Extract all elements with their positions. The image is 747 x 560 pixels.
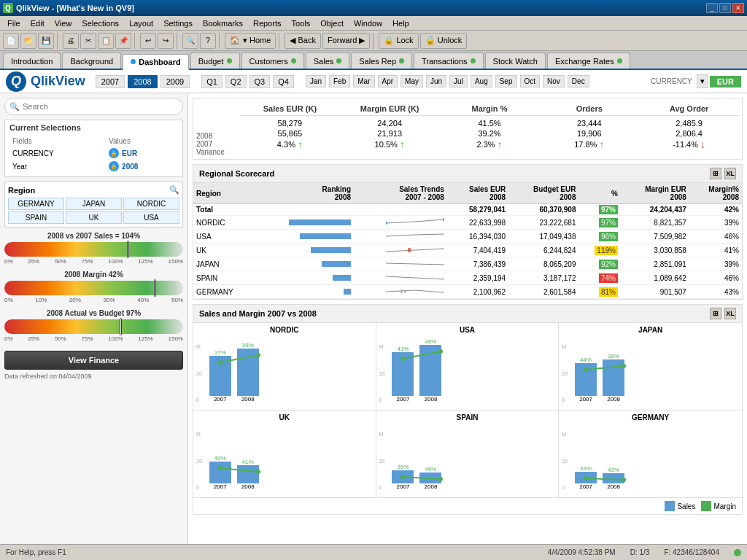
kpi-sales-header: Sales EUR (K)	[240, 104, 340, 116]
cut-button[interactable]: ✂	[80, 33, 96, 49]
total-pct: 97%	[578, 204, 620, 216]
menu-bookmarks[interactable]: Bookmarks	[198, 18, 247, 29]
chart-usa: USA M200 41% 2007 46%	[376, 323, 560, 411]
back-button[interactable]: ◀ Back	[285, 33, 321, 49]
total-ranking	[255, 204, 354, 216]
region-usa[interactable]: USA	[123, 211, 179, 224]
tab-background[interactable]: Background	[62, 52, 121, 69]
forward-button[interactable]: Forward ▶	[322, 33, 370, 49]
undo-button[interactable]: ↩	[140, 33, 156, 49]
q3-button[interactable]: Q3	[249, 75, 271, 88]
kpi-avg-order: Avg Order 2,485.9 2,806.4 -11.4%↓	[639, 104, 739, 156]
tab-sales[interactable]: Sales	[306, 52, 350, 69]
unlock-button[interactable]: 🔓 Unlock	[420, 33, 468, 49]
mar-button[interactable]: Mar	[353, 75, 374, 88]
uk-budget: 6,244,824	[508, 244, 578, 257]
charts-xl-icon[interactable]: XL	[724, 308, 736, 319]
scorecard-xl-icon[interactable]: XL	[724, 168, 736, 179]
menu-selections[interactable]: Selections	[77, 18, 123, 29]
search-button[interactable]: 🔍	[182, 33, 198, 49]
tab-introduction[interactable]: Introduction	[3, 52, 61, 69]
may-button[interactable]: May	[400, 75, 423, 88]
scorecard-expand-icon[interactable]: ⊞	[710, 168, 721, 179]
tab-transactions[interactable]: Transactions	[414, 52, 484, 69]
menu-edit[interactable]: Edit	[26, 18, 49, 29]
jul-button[interactable]: Jul	[449, 75, 468, 88]
col-marginpct: Margin%2008	[689, 183, 742, 204]
menu-reports[interactable]: Reports	[249, 18, 286, 29]
tab-stockwatch[interactable]: Stock Watch	[485, 52, 546, 69]
new-button[interactable]: 📄	[3, 33, 19, 49]
sep-button[interactable]: Sep	[495, 75, 517, 88]
home-nav-button[interactable]: 🏠 ▾ Home	[225, 33, 276, 49]
tab-dashboard-label: Dashboard	[139, 58, 180, 66]
tab-salesrep[interactable]: Sales Rep	[351, 52, 412, 69]
usa-region: USA	[193, 230, 255, 244]
germany-trends	[354, 285, 447, 299]
search-input[interactable]	[4, 98, 183, 115]
nordic-region: NORDIC	[193, 216, 255, 230]
view-finance-button[interactable]: View Finance	[4, 351, 183, 370]
redo-button[interactable]: ↪	[158, 33, 174, 49]
save-button[interactable]: 💾	[38, 33, 54, 49]
menu-view[interactable]: View	[50, 18, 77, 29]
feb-button[interactable]: Feb	[329, 75, 350, 88]
scorecard-tools: ⊞ XL	[710, 168, 736, 179]
tab-customers[interactable]: Customers	[241, 52, 304, 69]
q4-button[interactable]: Q4	[273, 75, 294, 88]
year-2007-button[interactable]: 2007	[96, 75, 125, 88]
region-germany[interactable]: GERMANY	[8, 198, 64, 210]
germany-bar-2007-rect	[575, 472, 597, 483]
maximize-button[interactable]: □	[719, 3, 731, 13]
paste-button[interactable]: 📌	[115, 33, 131, 49]
menu-window[interactable]: Window	[349, 18, 387, 29]
year-2008-button[interactable]: 2008	[128, 75, 157, 88]
currency-select[interactable]: ▾	[697, 74, 708, 88]
svg-line-2	[386, 222, 415, 223]
tab-dashboard[interactable]: Dashboard	[123, 54, 188, 70]
jun-button[interactable]: Jun	[426, 75, 446, 88]
menu-file[interactable]: File	[3, 18, 25, 29]
chart-germany-bars: 43% 2007 43% 2008	[569, 432, 739, 490]
kpi-variance-label: Variance	[196, 148, 240, 156]
aug-button[interactable]: Aug	[471, 75, 492, 88]
print-button[interactable]: 🖨	[63, 33, 79, 49]
toolbar-separator	[57, 33, 60, 49]
tab-exchangerates[interactable]: Exchange Rates	[547, 52, 630, 69]
status-indicator	[734, 549, 741, 556]
kpi-orders-variance: 17.8%↑	[539, 139, 639, 150]
jan-button[interactable]: Jan	[306, 75, 326, 88]
region-uk[interactable]: UK	[66, 211, 122, 224]
menu-layout[interactable]: Layout	[125, 18, 158, 29]
chart-uk: UK M200 40% 2007 41%	[193, 411, 376, 498]
region-japan[interactable]: JAPAN	[66, 198, 122, 210]
dec-button[interactable]: Dec	[568, 75, 589, 88]
region-nordic[interactable]: NORDIC	[123, 198, 179, 210]
region-spain[interactable]: SPAIN	[8, 211, 64, 224]
germany-marginpct: 43%	[689, 285, 742, 299]
charts-expand-icon[interactable]: ⊞	[710, 308, 721, 319]
q1-button[interactable]: Q1	[201, 75, 222, 88]
nordic-budget: 23,222,681	[508, 216, 578, 230]
minimize-button[interactable]: _	[706, 3, 718, 13]
charts-grid: NORDIC M200 37% 2007 39%	[193, 323, 742, 498]
spain-pct: 74%	[578, 271, 620, 285]
year-2009-button[interactable]: 2009	[160, 75, 190, 88]
region-search-icon[interactable]: 🔍	[169, 185, 179, 195]
menu-object[interactable]: Object	[316, 18, 348, 29]
nov-button[interactable]: Nov	[543, 75, 565, 88]
close-button[interactable]: ✕	[732, 3, 744, 13]
menu-help[interactable]: Help	[388, 18, 414, 29]
q2-button[interactable]: Q2	[225, 75, 247, 88]
oct-button[interactable]: Oct	[520, 75, 541, 88]
lock-button[interactable]: 🔒 Lock	[379, 33, 418, 49]
spain-bar-2008-rect	[419, 472, 441, 483]
help-button[interactable]: ?	[200, 33, 216, 49]
tab-budget[interactable]: Budget	[190, 52, 240, 69]
copy-button[interactable]: 📋	[98, 33, 114, 49]
menu-settings[interactable]: Settings	[159, 18, 197, 29]
menu-tools[interactable]: Tools	[287, 18, 314, 29]
cs-field-currency: CURRENCY	[11, 147, 106, 159]
apr-button[interactable]: Apr	[378, 75, 398, 88]
open-button[interactable]: 📂	[20, 33, 36, 49]
